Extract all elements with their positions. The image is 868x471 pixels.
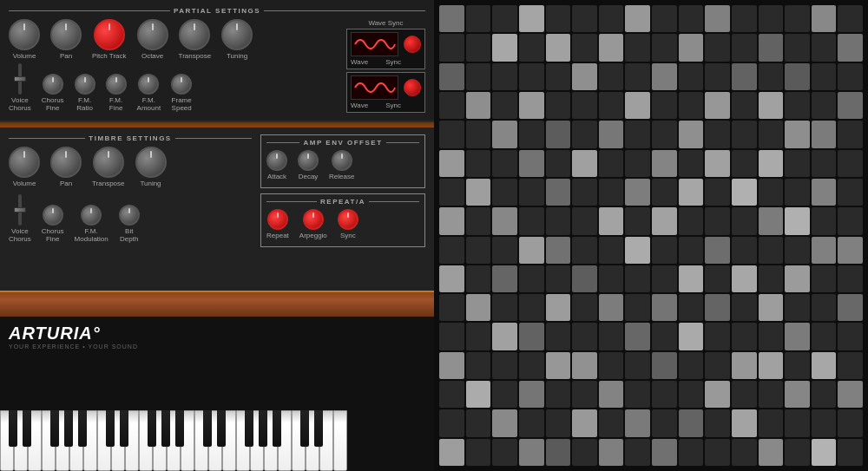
grid-cell[interactable] bbox=[785, 237, 810, 264]
grid-cell[interactable] bbox=[838, 150, 863, 177]
grid-cell[interactable] bbox=[838, 237, 863, 264]
grid-cell[interactable] bbox=[705, 381, 730, 408]
grid-cell[interactable] bbox=[625, 150, 650, 177]
grid-cell[interactable] bbox=[679, 237, 704, 264]
grid-cell[interactable] bbox=[439, 294, 464, 321]
grid-cell[interactable] bbox=[652, 323, 677, 350]
grid-cell[interactable] bbox=[812, 409, 837, 436]
grid-cell[interactable] bbox=[492, 294, 517, 321]
decay-knob[interactable] bbox=[298, 150, 319, 171]
grid-cell[interactable] bbox=[492, 179, 517, 206]
octave-knob[interactable] bbox=[137, 19, 168, 50]
grid-cell[interactable] bbox=[812, 179, 837, 206]
grid-cell[interactable] bbox=[466, 439, 491, 466]
grid-cell[interactable] bbox=[679, 294, 704, 321]
grid-cell[interactable] bbox=[466, 207, 491, 234]
grid-cell[interactable] bbox=[679, 409, 704, 436]
grid-cell[interactable] bbox=[439, 150, 464, 177]
grid-cell[interactable] bbox=[705, 150, 730, 177]
grid-cell[interactable] bbox=[625, 409, 650, 436]
grid-cell[interactable] bbox=[652, 150, 677, 177]
grid-cell[interactable] bbox=[599, 323, 624, 350]
grid-cell[interactable] bbox=[785, 34, 810, 61]
grid-cell[interactable] bbox=[599, 237, 624, 264]
grid-cell[interactable] bbox=[652, 237, 677, 264]
fm-amount-knob[interactable] bbox=[138, 74, 159, 95]
grid-cell[interactable] bbox=[625, 323, 650, 350]
grid-cell[interactable] bbox=[572, 92, 597, 119]
grid-cell[interactable] bbox=[519, 381, 544, 408]
grid-cell[interactable] bbox=[732, 265, 757, 292]
grid-cell[interactable] bbox=[652, 294, 677, 321]
grid-cell[interactable] bbox=[732, 323, 757, 350]
grid-cell[interactable] bbox=[572, 381, 597, 408]
grid-cell[interactable] bbox=[519, 150, 544, 177]
grid-cell[interactable] bbox=[812, 63, 837, 90]
grid-cell[interactable] bbox=[759, 381, 784, 408]
grid-cell[interactable] bbox=[519, 34, 544, 61]
grid-cell[interactable] bbox=[466, 352, 491, 379]
grid-cell[interactable] bbox=[599, 352, 624, 379]
grid-cell[interactable] bbox=[705, 121, 730, 147]
grid-cell[interactable] bbox=[466, 150, 491, 177]
timbre-fm-mod-knob[interactable] bbox=[81, 205, 102, 226]
grid-cell[interactable] bbox=[652, 381, 677, 408]
grid-cell[interactable] bbox=[785, 294, 810, 321]
grid-cell[interactable] bbox=[625, 63, 650, 90]
grid-cell[interactable] bbox=[679, 34, 704, 61]
grid-cell[interactable] bbox=[732, 92, 757, 119]
grid-cell[interactable] bbox=[812, 150, 837, 177]
grid-cell[interactable] bbox=[838, 63, 863, 90]
grid-cell[interactable] bbox=[679, 179, 704, 206]
grid-cell[interactable] bbox=[519, 63, 544, 90]
timbre-tuning-knob[interactable] bbox=[135, 147, 167, 178]
grid-cell[interactable] bbox=[439, 92, 464, 119]
grid-cell[interactable] bbox=[679, 63, 704, 90]
grid-cell[interactable] bbox=[705, 63, 730, 90]
black-key-5[interactable] bbox=[78, 410, 87, 447]
grid-cell[interactable] bbox=[625, 207, 650, 234]
grid-cell[interactable] bbox=[679, 323, 704, 350]
grid-cell[interactable] bbox=[492, 381, 517, 408]
grid-cell[interactable] bbox=[705, 439, 730, 466]
grid-cell[interactable] bbox=[652, 92, 677, 119]
wave-sync-btn-1[interactable] bbox=[404, 36, 421, 53]
grid-cell[interactable] bbox=[546, 179, 571, 206]
grid-cell[interactable] bbox=[732, 381, 757, 408]
grid-cell[interactable] bbox=[492, 5, 517, 32]
grid-cell[interactable] bbox=[625, 352, 650, 379]
grid-cell[interactable] bbox=[732, 294, 757, 321]
grid-cell[interactable] bbox=[785, 179, 810, 206]
grid-cell[interactable] bbox=[812, 237, 837, 264]
grid-cell[interactable] bbox=[838, 34, 863, 61]
grid-cell[interactable] bbox=[705, 207, 730, 234]
grid-cell[interactable] bbox=[519, 5, 544, 32]
grid-cell[interactable] bbox=[838, 5, 863, 32]
grid-cell[interactable] bbox=[492, 237, 517, 264]
grid-cell[interactable] bbox=[705, 294, 730, 321]
grid-cell[interactable] bbox=[652, 5, 677, 32]
grid-cell[interactable] bbox=[679, 207, 704, 234]
grid-cell[interactable] bbox=[838, 439, 863, 466]
grid-cell[interactable] bbox=[439, 5, 464, 32]
black-key-9[interactable] bbox=[161, 410, 170, 447]
grid-cell[interactable] bbox=[519, 323, 544, 350]
grid-cell[interactable] bbox=[679, 121, 704, 147]
grid-cell[interactable] bbox=[599, 207, 624, 234]
grid-cell[interactable] bbox=[599, 265, 624, 292]
grid-cell[interactable] bbox=[492, 207, 517, 234]
grid-cell[interactable] bbox=[838, 323, 863, 350]
grid-cell[interactable] bbox=[466, 381, 491, 408]
grid-cell[interactable] bbox=[652, 439, 677, 466]
wave-display-1[interactable] bbox=[351, 32, 398, 56]
grid-cell[interactable] bbox=[785, 5, 810, 32]
grid-cell[interactable] bbox=[652, 121, 677, 147]
grid-cell[interactable] bbox=[439, 381, 464, 408]
grid-cell[interactable] bbox=[759, 323, 784, 350]
grid-cell[interactable] bbox=[679, 265, 704, 292]
grid-cell[interactable] bbox=[625, 439, 650, 466]
tuning-knob[interactable] bbox=[221, 19, 253, 50]
grid-cell[interactable] bbox=[572, 439, 597, 466]
grid-cell[interactable] bbox=[625, 121, 650, 147]
timbre-voice-chorus-slider[interactable] bbox=[18, 194, 22, 226]
